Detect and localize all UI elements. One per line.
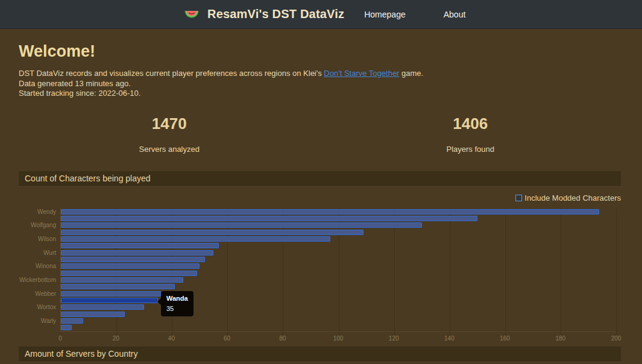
section-header-characters: Count of Characters being played <box>19 171 621 186</box>
chart-bar-rank-4[interactable] <box>61 230 363 235</box>
chart-row <box>61 256 616 263</box>
chart-bar-winona[interactable] <box>61 263 200 269</box>
tooltip-character-name: Wanda <box>166 295 188 302</box>
watermelon-icon <box>184 8 200 21</box>
data-generated-text: Data generated 13 minutes ago. <box>19 79 131 88</box>
intro-suffix: game. <box>399 69 423 78</box>
dont-starve-together-link[interactable]: Don't Starve Together <box>324 69 399 78</box>
tracking-since-text: Started tracking since: 2022-06-10. <box>19 89 140 98</box>
chart-row <box>61 310 616 317</box>
chart-bar-rank-2[interactable] <box>61 216 477 221</box>
intro-text: DST DataViz records and visualizes curre… <box>19 69 621 99</box>
intro-prefix: DST DataViz records and visualizes curre… <box>19 69 324 78</box>
x-axis-tick-label: 0 <box>58 335 62 342</box>
y-axis-label: Wilson <box>17 236 56 242</box>
nav-link-homepage[interactable]: Homepage <box>364 10 406 19</box>
chart-row <box>61 215 616 222</box>
x-axis-tick-label: 40 <box>168 335 175 342</box>
modded-characters-checkbox-label[interactable]: Include Modded Characters <box>524 193 621 202</box>
y-axis-label: Wolfgang <box>17 222 56 228</box>
chart-row: Webber <box>61 290 616 297</box>
stat-players-found: 1406 Players found <box>320 115 622 154</box>
chart-bar-rank-6[interactable] <box>61 243 219 248</box>
tooltip-value: 35 <box>166 306 188 312</box>
chart-x-axis: 020406080100120140160180200 <box>60 331 616 342</box>
y-axis-label: Winona <box>17 263 56 269</box>
chart-tooltip: Wanda 35 <box>161 291 194 316</box>
chart-bar-rank-18[interactable] <box>61 325 72 330</box>
chart-row: Wendy <box>61 209 616 215</box>
chart-bar-warly[interactable] <box>61 318 83 324</box>
nav-link-about[interactable]: About <box>444 10 466 19</box>
chart-bar-wanda[interactable] <box>61 298 158 303</box>
x-axis-tick-label: 100 <box>333 335 344 342</box>
chart-row: Wortox <box>61 304 616 310</box>
chart-row: Wickerbottom <box>61 277 616 283</box>
section-header-countries: Amount of Servers by Country <box>19 347 621 361</box>
chart-bar-rank-8[interactable] <box>61 257 205 262</box>
characters-bar-chart: Wanda 35 WendyWolfgangWilsonWurtWinonaWi… <box>60 209 616 342</box>
chart-bar-wendy[interactable] <box>61 209 599 215</box>
x-axis-tick-label: 140 <box>444 335 455 342</box>
modded-characters-checkbox[interactable] <box>515 195 522 201</box>
chart-bar-wortox[interactable] <box>61 304 144 310</box>
chart-bar-wilson[interactable] <box>61 236 330 242</box>
x-axis-tick-label: 180 <box>555 335 565 342</box>
x-axis-tick-label: 20 <box>113 335 119 342</box>
chart-row <box>61 228 616 235</box>
chart-bar-wurt[interactable] <box>61 250 213 256</box>
y-axis-label: Webber <box>17 290 56 297</box>
chart-bar-webber[interactable] <box>61 291 161 297</box>
chart-bar-wickerbottom[interactable] <box>61 277 183 283</box>
chart-row <box>61 283 616 290</box>
chart-bar-wolfgang[interactable] <box>61 222 422 228</box>
app-title: ResamVi's DST DataViz <box>207 7 344 21</box>
chart-bar-rank-12[interactable] <box>61 284 175 289</box>
stat-servers-value: 1470 <box>19 115 320 133</box>
stat-players-value: 1406 <box>320 115 622 133</box>
chart-row: Winona <box>61 263 616 269</box>
y-axis-label: Wickerbottom <box>17 277 56 283</box>
chart-row <box>61 269 616 276</box>
gridline-200 <box>616 209 617 335</box>
chart-row <box>61 242 616 249</box>
stats-row: 1470 Servers analyzed 1406 Players found <box>19 115 621 154</box>
x-axis-tick-label: 160 <box>500 335 510 342</box>
chart-row: Warly <box>61 318 616 324</box>
x-axis-tick-label: 80 <box>279 335 286 342</box>
chart-row: Wolfgang <box>61 222 616 228</box>
y-axis-label: Warly <box>17 318 56 324</box>
main-content: Welcome! DST DataViz records and visuali… <box>0 42 642 361</box>
chart-row <box>61 324 616 331</box>
x-axis-tick-label: 60 <box>224 335 230 342</box>
welcome-heading: Welcome! <box>19 42 621 61</box>
navbar: ResamVi's DST DataViz Homepage About <box>0 0 642 29</box>
chart-bar-rank-10[interactable] <box>61 271 197 276</box>
modded-characters-checkbox-row: Include Modded Characters <box>19 193 621 202</box>
stat-servers-label: Servers analyzed <box>19 145 320 154</box>
y-axis-label: Wurt <box>17 249 56 256</box>
chart-row: Wilson <box>61 236 616 242</box>
stat-players-label: Players found <box>320 145 622 154</box>
x-axis-tick-label: 120 <box>389 335 399 342</box>
chart-bar-rank-16[interactable] <box>61 312 125 317</box>
chart-row <box>61 297 616 304</box>
y-axis-label: Wortox <box>17 304 56 310</box>
chart-plot-area: Wanda 35 WendyWolfgangWilsonWurtWinonaWi… <box>60 209 616 331</box>
stat-servers-analyzed: 1470 Servers analyzed <box>19 115 320 154</box>
x-axis-tick-label: 200 <box>611 335 622 342</box>
chart-row: Wurt <box>61 249 616 256</box>
y-axis-label: Wendy <box>17 209 56 215</box>
